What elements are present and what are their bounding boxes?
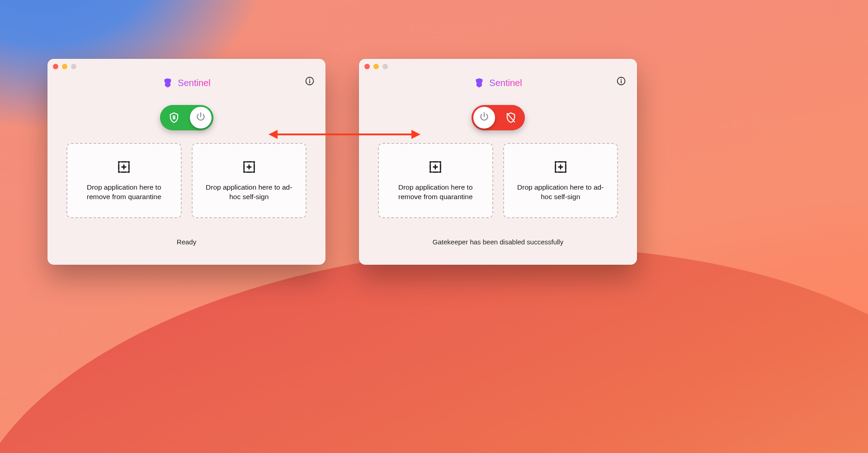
toggle-knob [473, 107, 495, 129]
zoom-window-button[interactable] [382, 64, 388, 69]
svg-point-4 [621, 79, 622, 80]
sentinel-window-enabled: Sentinel [47, 59, 326, 265]
window-controls [364, 64, 388, 69]
status-text: Ready [47, 218, 326, 265]
close-window-button[interactable] [364, 64, 370, 69]
power-icon [478, 111, 490, 124]
titlebar [47, 59, 326, 74]
app-title: Sentinel [178, 78, 210, 88]
dropzone-label: Drop application here to remove from qua… [387, 183, 484, 202]
dropzone-self-sign[interactable]: Drop application here to ad-hoc self-sig… [192, 143, 307, 218]
add-file-icon [553, 159, 568, 176]
power-icon [195, 111, 207, 124]
close-window-button[interactable] [53, 64, 58, 69]
shield-lock-icon [161, 105, 187, 130]
zoom-window-button[interactable] [71, 64, 76, 69]
toggle-knob [190, 107, 212, 129]
gatekeeper-toggle[interactable] [160, 105, 213, 130]
app-logo-icon [162, 77, 173, 88]
status-text: Gatekeeper has been disabled successfull… [359, 218, 637, 265]
info-icon [616, 76, 626, 88]
window-controls [53, 64, 76, 69]
dropzone-self-sign[interactable]: Drop application here to ad-hoc self-sig… [503, 143, 618, 218]
dropzone-remove-quarantine[interactable]: Drop application here to remove from qua… [378, 143, 493, 218]
app-logo-icon [474, 77, 485, 88]
shield-off-icon [498, 105, 524, 130]
minimize-window-button[interactable] [373, 64, 379, 69]
app-header: Sentinel [47, 74, 326, 91]
sentinel-window-disabled: Sentinel [359, 59, 637, 265]
dropzone-label: Drop application here to ad-hoc self-sig… [512, 183, 609, 202]
info-button[interactable] [615, 76, 627, 88]
dropzone-remove-quarantine[interactable]: Drop application here to remove from qua… [66, 143, 182, 218]
info-button[interactable] [304, 76, 316, 88]
minimize-window-button[interactable] [62, 64, 67, 69]
add-file-icon [116, 159, 132, 176]
dropzone-label: Drop application here to remove from qua… [75, 183, 173, 202]
add-file-icon [241, 159, 257, 176]
dropzone-label: Drop application here to ad-hoc self-sig… [201, 183, 298, 202]
info-icon [305, 76, 315, 88]
svg-point-1 [309, 79, 310, 80]
titlebar [359, 59, 637, 74]
app-brand: Sentinel [162, 77, 210, 88]
app-brand: Sentinel [474, 77, 522, 88]
app-title: Sentinel [489, 78, 522, 88]
app-header: Sentinel [359, 74, 637, 91]
svg-rect-2 [173, 117, 175, 119]
add-file-icon [428, 159, 443, 176]
gatekeeper-toggle[interactable] [472, 105, 525, 130]
